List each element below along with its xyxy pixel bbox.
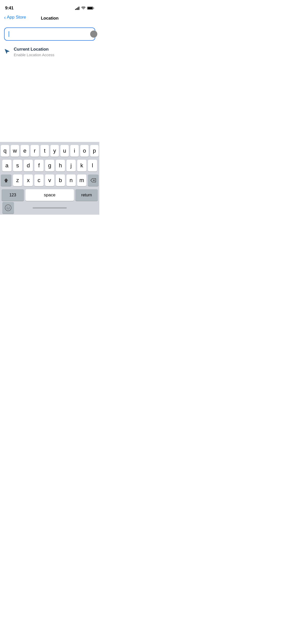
key-c[interactable]: c bbox=[34, 174, 44, 186]
location-arrow-icon bbox=[4, 49, 10, 55]
location-title: Current Location bbox=[14, 47, 54, 52]
key-z[interactable]: z bbox=[13, 174, 22, 186]
current-location-row[interactable]: Current Location Enable Location Access bbox=[4, 45, 95, 59]
svg-point-12 bbox=[9, 207, 10, 208]
svg-point-10 bbox=[5, 205, 11, 211]
battery-icon bbox=[87, 6, 94, 10]
home-bar bbox=[33, 207, 67, 209]
key-d[interactable]: d bbox=[24, 160, 33, 171]
keyboard-row-3: z x c v b n m bbox=[1, 174, 99, 186]
svg-rect-2 bbox=[77, 7, 78, 10]
search-container bbox=[4, 27, 95, 41]
signal-icon bbox=[75, 7, 80, 10]
keyboard-bottom-row: 123 space return bbox=[1, 189, 99, 201]
key-a[interactable]: a bbox=[2, 160, 11, 171]
key-r[interactable]: r bbox=[31, 145, 39, 157]
status-bar: 9:41 bbox=[0, 0, 99, 13]
keyboard-row-2: a s d f g h j k l bbox=[1, 160, 99, 171]
key-i[interactable]: i bbox=[70, 145, 79, 157]
key-h[interactable]: h bbox=[56, 160, 65, 171]
text-cursor bbox=[9, 31, 9, 37]
key-o[interactable]: o bbox=[80, 145, 89, 157]
key-k[interactable]: k bbox=[77, 160, 86, 171]
key-q[interactable]: q bbox=[1, 145, 9, 157]
emoji-key[interactable] bbox=[2, 202, 14, 214]
status-icons bbox=[75, 6, 94, 10]
keyboard: q w e r t y u i o p a s d f g h j k l z … bbox=[0, 142, 99, 215]
location-text: Current Location Enable Location Access bbox=[14, 47, 54, 57]
key-m[interactable]: m bbox=[77, 174, 86, 186]
scroll-handle[interactable] bbox=[90, 31, 97, 38]
key-s[interactable]: s bbox=[13, 160, 22, 171]
key-n[interactable]: n bbox=[66, 174, 76, 186]
keyboard-row-1: q w e r t y u i o p bbox=[1, 145, 99, 157]
svg-rect-3 bbox=[79, 7, 79, 10]
shift-icon bbox=[4, 178, 9, 183]
location-subtitle: Enable Location Access bbox=[14, 53, 54, 57]
return-key[interactable]: return bbox=[75, 189, 98, 201]
emoji-icon bbox=[5, 204, 11, 211]
status-time: 9:41 bbox=[5, 6, 13, 11]
key-u[interactable]: u bbox=[60, 145, 69, 157]
key-x[interactable]: x bbox=[24, 174, 33, 186]
svg-marker-7 bbox=[4, 178, 8, 182]
delete-icon bbox=[90, 178, 96, 182]
nav-title: Location bbox=[0, 13, 99, 24]
svg-rect-5 bbox=[88, 7, 93, 9]
key-e[interactable]: e bbox=[21, 145, 29, 157]
key-w[interactable]: w bbox=[11, 145, 19, 157]
home-indicator-area bbox=[14, 207, 85, 209]
space-key[interactable]: space bbox=[25, 189, 74, 201]
key-p[interactable]: p bbox=[90, 145, 99, 157]
svg-rect-1 bbox=[76, 8, 77, 10]
key-y[interactable]: y bbox=[50, 145, 59, 157]
svg-rect-0 bbox=[75, 9, 76, 10]
numbers-key[interactable]: 123 bbox=[2, 189, 24, 201]
search-input[interactable] bbox=[4, 27, 95, 41]
page-title: Location bbox=[41, 16, 58, 21]
svg-point-11 bbox=[7, 207, 8, 208]
key-b[interactable]: b bbox=[56, 174, 65, 186]
svg-marker-6 bbox=[5, 49, 9, 54]
key-g[interactable]: g bbox=[45, 160, 54, 171]
key-f[interactable]: f bbox=[34, 160, 44, 171]
key-j[interactable]: j bbox=[66, 160, 76, 171]
key-t[interactable]: t bbox=[40, 145, 49, 157]
wifi-icon bbox=[81, 7, 86, 10]
delete-key[interactable] bbox=[88, 174, 99, 186]
key-l[interactable]: l bbox=[88, 160, 97, 171]
shift-key[interactable] bbox=[1, 174, 11, 186]
key-v[interactable]: v bbox=[45, 174, 54, 186]
